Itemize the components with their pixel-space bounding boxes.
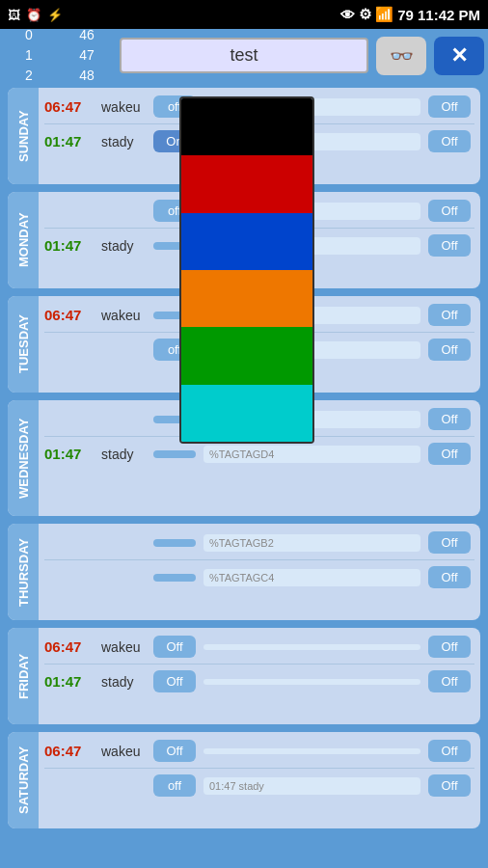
thursday-tag-2: %TAGTAGC4 bbox=[203, 569, 420, 586]
monday-label: Monday bbox=[8, 192, 39, 288]
sunday-type-1: wakeu bbox=[101, 99, 149, 115]
saturday-card: Saturday 06:47 wakeu Off Off off 01:47 s… bbox=[8, 732, 480, 828]
color-black[interactable] bbox=[181, 98, 312, 155]
monday-right-toggle-2[interactable]: Off bbox=[428, 234, 471, 257]
saturday-type-1: wakeu bbox=[101, 744, 149, 759]
wednesday-time-2: 01:47 bbox=[44, 446, 97, 462]
friday-time-2: 01:47 bbox=[44, 673, 97, 690]
wednesday-type-2: stady bbox=[101, 447, 149, 462]
sunday-right-toggle-1[interactable]: Off bbox=[428, 95, 471, 118]
saturday-toggle-1[interactable]: Off bbox=[153, 740, 196, 762]
settings-icon: ⚙ bbox=[359, 6, 371, 23]
tuesday-label: Tuesday bbox=[8, 296, 39, 393]
glasses-button[interactable]: 👓 bbox=[376, 37, 426, 75]
color-orange[interactable] bbox=[181, 270, 312, 327]
thursday-alarm-1: %TAGTAGB2 Off bbox=[39, 528, 480, 557]
signal-icon: 📶 bbox=[375, 6, 393, 23]
tuesday-time-1: 06:47 bbox=[44, 307, 97, 323]
nav-num-48: 48 bbox=[79, 66, 95, 86]
saturday-divider bbox=[44, 768, 474, 769]
wednesday-toggle-2[interactable] bbox=[153, 450, 196, 458]
nav-tab-label: test bbox=[230, 45, 258, 65]
sunday-label: Sunday bbox=[8, 88, 39, 184]
friday-alarm-1: 06:47 wakeu Off Off bbox=[39, 632, 480, 662]
tuesday-right-toggle-1[interactable]: Off bbox=[428, 304, 471, 326]
sunday-time-1: 06:47 bbox=[44, 98, 97, 115]
wednesday-right-toggle-1[interactable]: Off bbox=[428, 408, 471, 430]
saturday-toggle-2[interactable]: off bbox=[153, 774, 196, 797]
friday-right-toggle-2[interactable]: Off bbox=[428, 670, 471, 692]
thursday-label: Thursday bbox=[8, 524, 39, 620]
thursday-right-toggle-2[interactable]: Off bbox=[428, 566, 471, 588]
friday-divider bbox=[44, 664, 474, 665]
nav-tab-test[interactable]: test bbox=[120, 38, 368, 73]
tuesday-type-1: wakeu bbox=[101, 308, 149, 323]
photo-icon: 🖼 bbox=[8, 8, 20, 22]
eye-icon: 👁 bbox=[340, 7, 355, 23]
thursday-toggle-1[interactable] bbox=[153, 539, 196, 547]
monday-time-2: 01:47 bbox=[44, 237, 97, 254]
monday-type-2: stady bbox=[101, 238, 149, 254]
monday-right-toggle-1[interactable]: Off bbox=[428, 200, 471, 222]
friday-time-1: 06:47 bbox=[44, 638, 97, 655]
friday-tag-1 bbox=[203, 644, 420, 650]
nav-num-0: 0 bbox=[25, 25, 33, 45]
friday-content: 06:47 wakeu Off Off 01:47 stady Off Off bbox=[39, 628, 480, 724]
sunday-time-2: 01:47 bbox=[44, 133, 97, 149]
thursday-content: %TAGTAGB2 Off %TAGTAGC4 Off bbox=[39, 524, 480, 620]
color-picker-overlay[interactable] bbox=[179, 96, 314, 444]
battery-level: 79 bbox=[397, 7, 414, 23]
thursday-right-toggle-1[interactable]: Off bbox=[428, 531, 471, 554]
close-button[interactable]: ✕ bbox=[434, 37, 484, 75]
nav-num-46: 46 bbox=[79, 25, 95, 45]
color-red[interactable] bbox=[181, 155, 312, 212]
sunday-right-toggle-2[interactable]: Off bbox=[428, 130, 471, 152]
friday-label: Friday bbox=[8, 628, 39, 724]
nav-num-2: 2 bbox=[25, 66, 33, 86]
top-nav: 0 1 2 46 47 48 test 👓 ✕ bbox=[0, 29, 488, 82]
color-picker-inner bbox=[181, 98, 312, 442]
color-blue[interactable] bbox=[181, 213, 312, 270]
thursday-toggle-2[interactable] bbox=[153, 574, 196, 582]
thursday-divider bbox=[44, 559, 474, 560]
friday-toggle-1[interactable]: Off bbox=[153, 636, 196, 658]
tuesday-right-toggle-2[interactable]: Off bbox=[428, 339, 471, 361]
saturday-right-toggle-1[interactable]: Off bbox=[428, 740, 471, 762]
thursday-tag-1: %TAGTAGB2 bbox=[203, 534, 420, 552]
alarm-icon: ⏰ bbox=[26, 8, 41, 22]
close-icon: ✕ bbox=[450, 43, 468, 68]
saturday-alarm-1: 06:47 wakeu Off Off bbox=[39, 736, 480, 766]
friday-tag-2 bbox=[203, 679, 420, 685]
friday-alarm-2: 01:47 stady Off Off bbox=[39, 666, 480, 696]
saturday-label: Saturday bbox=[8, 732, 39, 828]
thursday-card: Thursday %TAGTAGB2 Off %TAGTAGC4 Off bbox=[8, 524, 480, 620]
sunday-type-2: stady bbox=[101, 134, 149, 149]
nav-number-col2: 46 47 48 bbox=[58, 25, 116, 86]
friday-right-toggle-1[interactable]: Off bbox=[428, 636, 471, 658]
saturday-tag-2: 01:47 stady bbox=[203, 777, 420, 795]
wednesday-right-toggle-2[interactable]: Off bbox=[428, 443, 471, 465]
thursday-alarm-2: %TAGTAGC4 Off bbox=[39, 562, 480, 592]
wednesday-tag-2: %TAGTAGD4 bbox=[203, 446, 420, 463]
glasses-icon: 👓 bbox=[390, 44, 414, 68]
saturday-alarm-2: off 01:47 stady Off bbox=[39, 771, 480, 800]
saturday-right-toggle-2[interactable]: Off bbox=[428, 774, 471, 797]
status-icons: 🖼 ⏰ ⚡ bbox=[8, 8, 63, 22]
status-time-area: 👁 ⚙ 📶 79 11:42 PM bbox=[340, 6, 480, 23]
friday-card: Friday 06:47 wakeu Off Off 01:47 stady O… bbox=[8, 628, 480, 724]
saturday-tag-1 bbox=[203, 748, 420, 754]
saturday-time-1: 06:47 bbox=[44, 743, 97, 759]
color-green[interactable] bbox=[181, 327, 312, 384]
saturday-content: 06:47 wakeu Off Off off 01:47 stady Off bbox=[39, 732, 480, 828]
nav-num-47: 47 bbox=[79, 45, 95, 66]
nav-num-1: 1 bbox=[25, 45, 33, 66]
color-cyan[interactable] bbox=[181, 385, 312, 442]
friday-type-1: wakeu bbox=[101, 639, 149, 655]
friday-toggle-2[interactable]: Off bbox=[153, 670, 196, 692]
nav-number-col: 0 1 2 bbox=[0, 25, 58, 86]
status-time: 11:42 PM bbox=[418, 7, 480, 23]
wednesday-label: Wednesday bbox=[8, 400, 39, 516]
friday-type-2: stady bbox=[101, 674, 149, 690]
lightning-icon: ⚡ bbox=[47, 8, 63, 22]
